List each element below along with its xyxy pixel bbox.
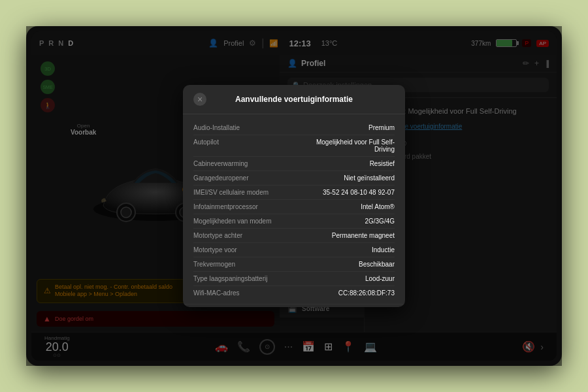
modal-label-imei: IMEI/SV cellulaire modem [193, 189, 297, 196]
modal-value-infotainment: Intel Atom® [297, 203, 395, 210]
modal-value-cabine: Resistief [297, 160, 395, 167]
modal-value-audio: Premium [297, 124, 395, 131]
modal-value-garage: Niet geïnstalleerd [297, 174, 395, 182]
modal-row-batterij: Type laagspaningsbatterij Lood-zuur [193, 272, 395, 286]
modal-label-cabine: Cabineverwarming [193, 160, 297, 167]
modal-row-cabine: Cabineverwarming Resistief [193, 157, 395, 171]
modal-value-wifi: CC:88:26:08:DF:73 [297, 289, 395, 297]
modal-row-audio: Audio-Installatie Premium [193, 121, 395, 135]
screen-inner: P R N D 👤 Profiel ⚙ | 📶 12:13 13°C 377km [31, 31, 557, 361]
modal-row-garage: Garagedeuropener Niet geïnstalleerd [193, 171, 395, 186]
modal-value-motor-voor: Inductie [297, 246, 395, 253]
modal-close-button[interactable]: × [193, 93, 206, 106]
modal-row-infotainment: Infotainmentprocessor Intel Atom® [193, 200, 395, 214]
modal-row-modem: Mogelijkheden van modem 2G/3G/4G [193, 214, 395, 229]
modal-value-modem: 2G/3G/4G [297, 218, 395, 225]
modal-footer: Computer: Mogelijkheid voor Full Self-Dr… [183, 304, 405, 307]
modal-row-imei: IMEI/SV cellulaire modem 35-52 24 08-10 … [193, 186, 395, 200]
modal-row-motor-achter: Motortype achter Permanente magneet [193, 229, 395, 243]
modal-value-motor-achter: Permanente magneet [297, 232, 395, 239]
modal-body: Audio-Installatie Premium Autopilot Moge… [183, 114, 405, 304]
modal-label-trekvermogen: Trekvermogen [193, 261, 297, 268]
modal-overlay[interactable]: × Aanvullende voertuiginformatie Audio-I… [31, 31, 557, 361]
modal-label-garage: Garagedeuropener [193, 174, 297, 182]
modal-label-motor-voor: Motortype voor [193, 246, 297, 253]
modal-label-autopilot: Autopilot [193, 139, 297, 146]
modal-label-wifi: Wifi-MAC-adres [193, 289, 297, 297]
modal-label-modem: Mogelijkheden van modem [193, 218, 297, 225]
modal-row-wifi: Wifi-MAC-adres CC:88:26:08:DF:73 [193, 286, 395, 300]
modal-label-audio: Audio-Installatie [193, 124, 297, 131]
modal-aanvullende: × Aanvullende voertuiginformatie Audio-I… [183, 85, 405, 307]
modal-value-imei: 35-52 24 08-10 48 92-07 [297, 189, 395, 196]
screen-outer: P R N D 👤 Profiel ⚙ | 📶 12:13 13°C 377km [26, 26, 562, 366]
modal-title: Aanvullende voertuiginformatie [235, 95, 353, 104]
modal-header: × Aanvullende voertuiginformatie [183, 85, 405, 114]
modal-row-trekvermogen: Trekvermogen Beschikbaar [193, 257, 395, 272]
modal-value-autopilot: Mogelijkheid voor Full Self-Driving [297, 139, 395, 153]
modal-row-motor-voor: Motortype voor Inductie [193, 243, 395, 257]
modal-label-motor-achter: Motortype achter [193, 232, 297, 239]
modal-label-infotainment: Infotainmentprocessor [193, 203, 297, 210]
modal-row-autopilot: Autopilot Mogelijkheid voor Full Self-Dr… [193, 135, 395, 157]
modal-label-batterij: Type laagspaningsbatterij [193, 275, 297, 282]
modal-value-batterij: Lood-zuur [297, 275, 395, 282]
modal-value-trekvermogen: Beschikbaar [297, 261, 395, 268]
